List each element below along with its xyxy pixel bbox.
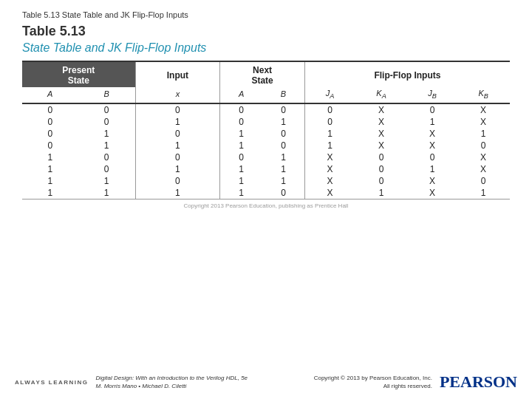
table-subtitle: State Table and JK Flip-Flop Inputs — [22, 41, 510, 55]
table-cell: 0 — [457, 140, 510, 151]
table-header-row2: A B x A B JA KA JB KB — [22, 87, 510, 103]
table-cell: 0 — [22, 103, 78, 116]
next-state-header: NextState — [220, 61, 305, 87]
table-cell: X — [408, 175, 457, 187]
table-cell: 1 — [220, 187, 262, 200]
table-cell: X — [408, 128, 457, 140]
table-cell: 0 — [135, 175, 220, 187]
footer-left: ALWAYS LEARNING Digital Design: With an … — [15, 374, 248, 390]
table-cell: X — [355, 116, 408, 128]
table-cell: X — [457, 103, 510, 116]
footer-copyright: Copyright © 2013 by Pearson Education, I… — [314, 374, 432, 390]
table-cell: 0 — [78, 163, 136, 175]
table-cell: 1 — [220, 163, 262, 175]
top-label: Table 5.13 State Table and JK Flip-Flop … — [22, 10, 510, 19]
table-cell: 1 — [78, 175, 136, 187]
table-cell: 1 — [22, 151, 78, 163]
table-header-row1: PresentState Input NextState Flip-Flop I… — [22, 61, 510, 87]
table-cell: 1 — [304, 128, 355, 140]
table-body: 000000X0X001010X1X010101XX1011101XX01000… — [22, 103, 510, 200]
pearson-logo: PEARSON — [440, 372, 517, 392]
col-A-next: A — [220, 87, 262, 103]
col-B-present: B — [78, 87, 136, 103]
present-state-header: PresentState — [22, 61, 135, 87]
table-cell: 0 — [220, 103, 262, 116]
table-cell: 0 — [22, 140, 78, 151]
copyright-text: Copyright 2013 Pearson Education, publis… — [22, 202, 510, 209]
table-row: 11110X1X1 — [22, 187, 510, 200]
table-row: 001010X1X — [22, 116, 510, 128]
table-cell: 1 — [262, 175, 304, 187]
table-cell: 1 — [457, 187, 510, 200]
table-cell: 1 — [355, 187, 408, 200]
state-table: PresentState Input NextState Flip-Flop I… — [22, 61, 510, 200]
table-cell: 1 — [457, 128, 510, 140]
table-cell: 0 — [408, 103, 457, 116]
table-cell: X — [457, 151, 510, 163]
table-cell: X — [355, 140, 408, 151]
table-row: 11011X0X0 — [22, 175, 510, 187]
table-cell: X — [355, 103, 408, 116]
table-cell: 0 — [78, 103, 136, 116]
footer-book-info: Digital Design: With an Introduction to … — [96, 374, 248, 390]
col-JB: JB — [408, 87, 457, 103]
table-cell: 1 — [78, 187, 136, 200]
footer-right: Copyright © 2013 by Pearson Education, I… — [314, 372, 517, 392]
table-cell: 1 — [78, 128, 136, 140]
table-cell: 1 — [135, 187, 220, 200]
table-cell: 1 — [408, 163, 457, 175]
table-cell: 0 — [304, 116, 355, 128]
table-cell: 0 — [135, 103, 220, 116]
table-cell: 1 — [22, 175, 78, 187]
table-row: 000000X0X — [22, 103, 510, 116]
table-cell: 0 — [22, 116, 78, 128]
table-cell: 1 — [135, 116, 220, 128]
table-cell: 0 — [355, 163, 408, 175]
table-cell: X — [304, 151, 355, 163]
table-cell: 1 — [262, 163, 304, 175]
table-cell: 0 — [408, 151, 457, 163]
footer: ALWAYS LEARNING Digital Design: With an … — [0, 372, 532, 392]
table-cell: 0 — [135, 151, 220, 163]
table-cell: 0 — [135, 128, 220, 140]
table-cell: 1 — [22, 163, 78, 175]
table-cell: 0 — [304, 103, 355, 116]
table-cell: X — [355, 128, 408, 140]
table-cell: X — [457, 116, 510, 128]
table-row: 010101XX1 — [22, 128, 510, 140]
table-cell: 1 — [22, 187, 78, 200]
table-cell: 0 — [262, 187, 304, 200]
table-cell: X — [304, 163, 355, 175]
table-cell: 1 — [135, 163, 220, 175]
page-container: Table 5.13 State Table and JK Flip-Flop … — [0, 0, 532, 399]
table-cell: 0 — [262, 128, 304, 140]
table-cell: 0 — [262, 140, 304, 151]
table-cell: 1 — [220, 128, 262, 140]
col-B-next: B — [262, 87, 304, 103]
table-cell: 1 — [262, 151, 304, 163]
table-row: 011101XX0 — [22, 140, 510, 151]
table-cell: 0 — [220, 151, 262, 163]
table-cell: 0 — [355, 151, 408, 163]
col-KA: KA — [355, 87, 408, 103]
table-cell: 0 — [78, 116, 136, 128]
table-cell: X — [304, 175, 355, 187]
flipflop-inputs-header: Flip-Flop Inputs — [304, 61, 510, 87]
table-cell: 1 — [220, 140, 262, 151]
table-cell: 1 — [304, 140, 355, 151]
table-row: 10111X01X — [22, 163, 510, 175]
table-cell: 0 — [355, 175, 408, 187]
table-cell: 1 — [78, 140, 136, 151]
table-cell: X — [304, 187, 355, 200]
table-cell: 0 — [457, 175, 510, 187]
table-cell: X — [457, 163, 510, 175]
table-cell: 0 — [262, 103, 304, 116]
col-A-present: A — [22, 87, 78, 103]
table-cell: X — [408, 140, 457, 151]
col-KB: KB — [457, 87, 510, 103]
col-x-input: x — [135, 87, 220, 103]
table-row: 10001X00X — [22, 151, 510, 163]
table-cell: 1 — [135, 140, 220, 151]
table-title: Table 5.13 — [22, 24, 510, 40]
table-cell: 0 — [220, 116, 262, 128]
